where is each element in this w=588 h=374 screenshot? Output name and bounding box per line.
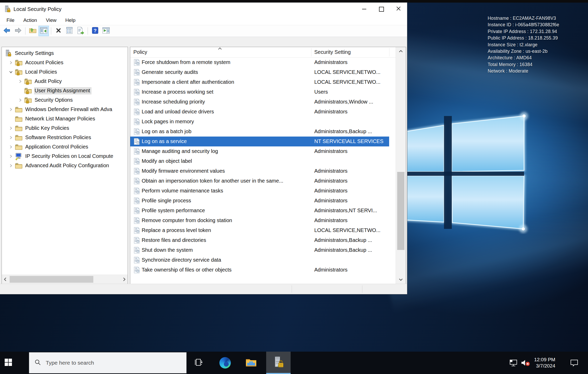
- policy-row-take-ownership-of-files-or-other-objects[interactable]: 10 010 Take ownership of files or other …: [130, 265, 389, 275]
- toolbar-export-list-button[interactable]: [75, 26, 86, 36]
- tree-item-network-list-manager-policies[interactable]: Network List Manager Policies: [2, 114, 128, 124]
- svg-text:10: 10: [135, 60, 137, 62]
- action-center-icon[interactable]: [570, 359, 579, 367]
- tree-item-account-policies[interactable]: Account Policies: [2, 58, 128, 67]
- search-input[interactable]: [45, 359, 171, 366]
- policy-name: Generate security audits: [142, 69, 198, 75]
- security-setting-value: Administrators: [314, 217, 388, 223]
- tree-item-public-key-policies[interactable]: Public Key Policies: [2, 124, 128, 133]
- policy-row-profile-system-performance[interactable]: 10 010 Profile system performanceAdminis…: [130, 206, 389, 216]
- svg-text:10: 10: [135, 198, 137, 201]
- policy-row-obtain-an-impersonation-token-for-another-user-in-the-same[interactable]: 10 010 Obtain an impersonation token for…: [130, 176, 389, 186]
- policy-row-log-on-as-a-service[interactable]: 10 010 Log on as a serviceNT SERVICE\ALL…: [130, 137, 389, 146]
- chevron-right-icon[interactable]: [7, 164, 15, 167]
- toolbar-separator: [25, 27, 25, 35]
- minimize-button[interactable]: [356, 3, 373, 16]
- start-button[interactable]: [0, 352, 17, 374]
- scroll-up-arrow-icon[interactable]: [396, 47, 406, 55]
- file-explorer-icon: [245, 357, 257, 369]
- chevron-right-icon[interactable]: [7, 145, 15, 149]
- list-vertical-scrollbar[interactable]: [396, 47, 406, 284]
- policy-row-restore-files-and-directories[interactable]: 10 010 Restore files and directoriesAdmi…: [130, 235, 389, 245]
- policy-row-increase-a-process-working-set[interactable]: 10 010 Increase a process working setUse…: [130, 87, 389, 97]
- folder-lock-icon: [24, 97, 32, 104]
- tree-horizontal-scrollbar[interactable]: [2, 275, 128, 284]
- toolbar-help-button[interactable]: ?: [90, 26, 100, 36]
- policy-row-replace-a-process-level-token[interactable]: 10 010 Replace a process level tokenLOCA…: [130, 225, 389, 235]
- chevron-right-icon[interactable]: [7, 126, 15, 130]
- task-view-button[interactable]: [191, 352, 207, 374]
- policy-row-force-shutdown-from-a-remote-system[interactable]: 10 010 Force shutdown from a remote syst…: [130, 57, 389, 67]
- policy-row-impersonate-a-client-after-authentication[interactable]: 10 010 Impersonate a client after authen…: [130, 77, 389, 87]
- column-divider[interactable]: [311, 48, 311, 56]
- maximize-button[interactable]: [373, 3, 390, 16]
- policy-row-synchronize-directory-service-data[interactable]: 10 010 Synchronize directory service dat…: [130, 255, 389, 265]
- vertical-scroll-thumb[interactable]: [397, 172, 404, 250]
- column-header-security-setting[interactable]: Security Setting: [314, 49, 351, 55]
- window-titlebar[interactable]: Local Security Policy: [0, 3, 407, 16]
- toolbar-delete-button[interactable]: [53, 26, 64, 36]
- policy-row-modify-an-object-label[interactable]: 10 010 Modify an object label: [130, 156, 389, 166]
- scroll-down-arrow-icon[interactable]: [396, 275, 406, 284]
- chevron-right-icon[interactable]: [7, 136, 15, 139]
- security-setting-value: NT SERVICE\ALL SERVICES: [314, 138, 388, 144]
- horizontal-scroll-thumb[interactable]: [10, 276, 93, 283]
- chevron-down-icon[interactable]: [7, 70, 15, 74]
- network-icon[interactable]: [509, 359, 518, 367]
- instance-info-line: Private IP Address : 172.31.28.94: [488, 28, 559, 35]
- chevron-right-icon[interactable]: [7, 61, 15, 65]
- taskbar-clock[interactable]: 12:09 PM 3/7/2024: [530, 357, 555, 369]
- tree-item-security-options[interactable]: Security Options: [2, 95, 128, 105]
- menu-file[interactable]: File: [2, 16, 19, 25]
- chevron-right-icon[interactable]: [16, 80, 24, 83]
- toolbar-up-folder-button[interactable]: [28, 26, 38, 36]
- svg-text:10: 10: [135, 129, 137, 131]
- toolbar-action-pane-button[interactable]: [101, 26, 111, 36]
- tree-item-application-control-policies[interactable]: Application Control Policies: [2, 142, 128, 152]
- tree-item-ip-security-policies-on-local-compute[interactable]: IP Security Policies on Local Compute: [2, 152, 128, 161]
- policy-row-remove-computer-from-docking-station[interactable]: 10 010 Remove computer from docking stat…: [130, 216, 389, 225]
- policy-row-profile-single-process[interactable]: 10 010 Profile single processAdministrat…: [130, 196, 389, 206]
- policy-row-perform-volume-maintenance-tasks[interactable]: 10 010 Perform volume maintenance tasksA…: [130, 186, 389, 196]
- column-header-policy[interactable]: Policy: [133, 49, 147, 55]
- file-explorer-button[interactable]: [243, 352, 259, 374]
- local-security-policy-taskbar-button[interactable]: [266, 352, 291, 374]
- tree-item-audit-policy[interactable]: Audit Policy: [2, 77, 128, 86]
- tree-item-local-policies[interactable]: Local Policies: [2, 67, 128, 77]
- tree-item-windows-defender-firewall-with-adva[interactable]: Windows Defender Firewall with Adva: [2, 105, 128, 114]
- tree-item-advanced-audit-policy-configuration[interactable]: Advanced Audit Policy Configuration: [2, 161, 128, 170]
- close-button[interactable]: [390, 3, 407, 16]
- policy-row-load-and-unload-device-drivers[interactable]: 10 010 Load and unload device driversAdm…: [130, 107, 389, 117]
- tree-item-user-rights-assignment[interactable]: User Rights Assignment: [2, 86, 128, 95]
- policy-row-generate-security-audits[interactable]: 10 010 Generate security auditsLOCAL SER…: [130, 67, 389, 77]
- chevron-right-icon[interactable]: [7, 154, 15, 158]
- menu-action[interactable]: Action: [19, 16, 42, 25]
- tree-item-security-settings[interactable]: Security Settings: [2, 49, 128, 58]
- policy-row-log-on-as-a-batch-job[interactable]: 10 010 Log on as a batch jobAdministrato…: [130, 127, 389, 137]
- toolbar-back-button[interactable]: [2, 26, 12, 36]
- security-setting-value: Administrators: [314, 198, 388, 204]
- policy-row-modify-firmware-environment-values[interactable]: 10 010 Modify firmware environment value…: [130, 166, 389, 176]
- volume-muted-icon[interactable]: [520, 359, 531, 367]
- chevron-right-icon[interactable]: [7, 108, 15, 111]
- taskbar-search[interactable]: [29, 352, 187, 373]
- policy-row-shut-down-the-system[interactable]: 10 010 Shut down the systemAdministrator…: [130, 245, 389, 255]
- tree-item-label: Audit Policy: [34, 78, 63, 85]
- toolbar-console-tree-button[interactable]: [38, 26, 49, 36]
- scroll-left-arrow-icon[interactable]: [2, 275, 9, 284]
- edge-button[interactable]: [217, 352, 233, 374]
- toolbar-forward-button[interactable]: [13, 26, 23, 36]
- column-divider[interactable]: [389, 48, 389, 56]
- toolbar-properties-button[interactable]: [64, 26, 75, 36]
- policy-row-lock-pages-in-memory[interactable]: 10 010 Lock pages in memory: [130, 117, 389, 127]
- menu-view[interactable]: View: [41, 16, 61, 25]
- policy-row-manage-auditing-and-security-log[interactable]: 10 010 Manage auditing and security logA…: [130, 146, 389, 156]
- svg-text:10: 10: [135, 139, 137, 141]
- tree-item-software-restriction-policies[interactable]: Software Restriction Policies: [2, 133, 128, 142]
- menu-help[interactable]: Help: [61, 16, 80, 25]
- statusbar-divider: [362, 285, 362, 293]
- policy-row-increase-scheduling-priority[interactable]: 10 010 Increase scheduling priorityAdmin…: [130, 97, 389, 107]
- scroll-right-arrow-icon[interactable]: [121, 275, 128, 284]
- instance-info-line: Hostname : EC2AMAZ-FAN98V3: [488, 15, 559, 22]
- chevron-right-icon[interactable]: [16, 98, 24, 102]
